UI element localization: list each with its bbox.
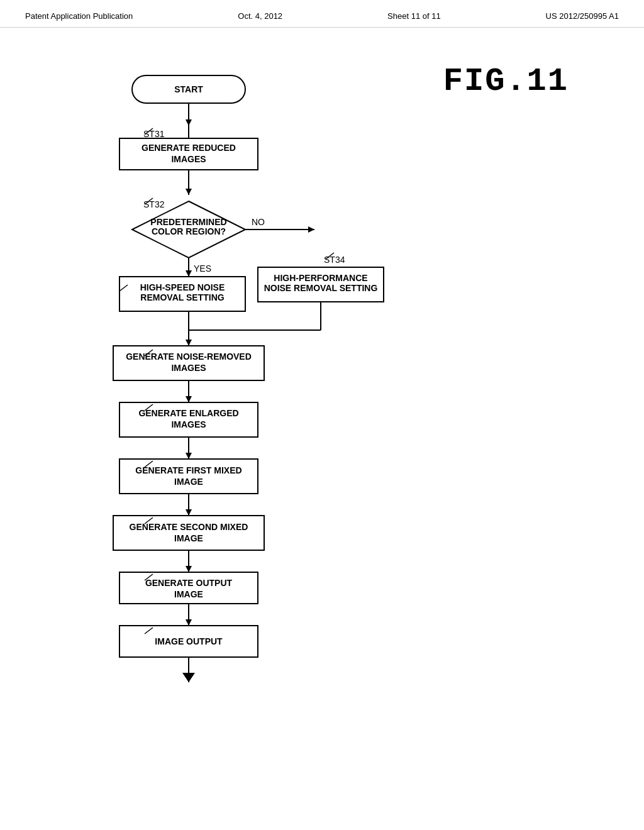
svg-text:IMAGE: IMAGE xyxy=(174,477,203,487)
st31-label: ST31 xyxy=(143,129,165,139)
svg-marker-23 xyxy=(186,340,192,346)
svg-marker-14 xyxy=(186,270,192,277)
high-speed-noise-node: HIGH-SPEED NOISE xyxy=(140,282,225,292)
st32-label: ST32 xyxy=(143,199,165,209)
svg-marker-43 xyxy=(186,619,192,626)
generate-second-mixed-node: GENERATE SECOND MIXED xyxy=(130,522,248,532)
figure-title: FIG.11 xyxy=(443,63,569,100)
flowchart-container: START ST31 \ GENERATE REDUCED IMAGES ST3… xyxy=(50,69,402,801)
svg-marker-8 xyxy=(186,189,192,195)
svg-marker-35 xyxy=(186,509,192,516)
svg-text:PREDETERMINED: PREDETERMINED xyxy=(150,217,226,227)
flowchart-svg: START ST31 \ GENERATE REDUCED IMAGES ST3… xyxy=(50,69,402,799)
high-performance-noise-node: HIGH-PERFORMANCE xyxy=(274,273,367,283)
svg-text:IMAGES: IMAGES xyxy=(171,363,206,373)
generate-first-mixed-node: GENERATE FIRST MIXED xyxy=(135,465,242,475)
svg-marker-2 xyxy=(186,119,192,126)
svg-text:REMOVAL SETTING: REMOVAL SETTING xyxy=(140,292,224,302)
svg-text:IMAGES: IMAGES xyxy=(171,154,206,164)
patent-number: US 2012/250995 A1 xyxy=(546,11,619,21)
svg-text:IMAGE: IMAGE xyxy=(174,589,203,599)
yes-label: YES xyxy=(194,263,211,274)
publication-label: Patent Application Publication xyxy=(25,11,133,21)
no-label: NO xyxy=(252,217,265,227)
svg-marker-31 xyxy=(186,453,192,459)
generate-output-image-node: GENERATE OUTPUT xyxy=(145,578,233,588)
page-header: Patent Application Publication Oct. 4, 2… xyxy=(0,0,644,28)
svg-text:COLOR REGION?: COLOR REGION? xyxy=(152,226,226,236)
image-output-node: IMAGE OUTPUT xyxy=(155,636,223,646)
generate-reduced-images-node: GENERATE REDUCED xyxy=(142,143,236,153)
st34-label: ST34 xyxy=(324,255,345,265)
svg-marker-46 xyxy=(182,673,195,682)
svg-marker-27 xyxy=(186,396,192,402)
generate-enlarged-node: GENERATE ENLARGED xyxy=(138,408,238,418)
start-node: START xyxy=(174,84,203,94)
svg-text:NOISE REMOVAL SETTING: NOISE REMOVAL SETTING xyxy=(264,283,378,293)
date-label: Oct. 4, 2012 xyxy=(238,11,282,21)
svg-marker-39 xyxy=(186,566,192,572)
svg-text:IMAGE: IMAGE xyxy=(174,533,203,543)
sheet-label: Sheet 11 of 11 xyxy=(387,11,441,21)
svg-text:IMAGES: IMAGES xyxy=(171,419,206,429)
svg-marker-12 xyxy=(308,226,314,233)
generate-noise-removed-node: GENERATE NOISE-REMOVED xyxy=(126,351,252,362)
